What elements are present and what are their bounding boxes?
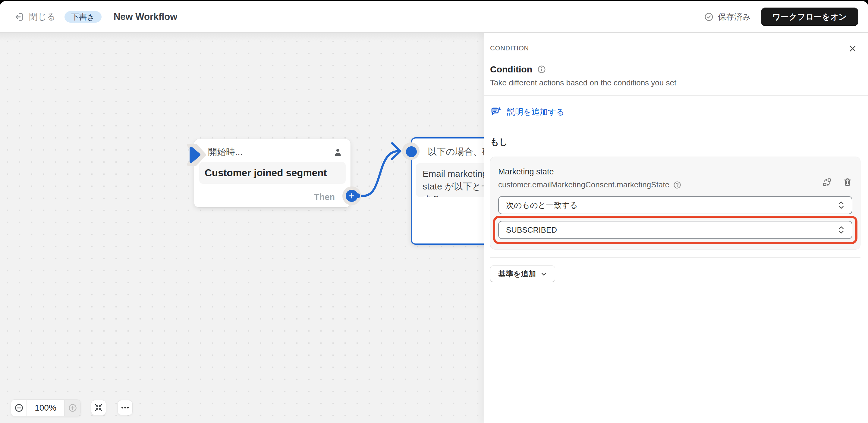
save-status: 保存済み — [704, 11, 751, 22]
trigger-card[interactable]: 開始時... Customer joined segment Then — [194, 139, 350, 207]
exit-icon — [14, 12, 24, 22]
caret-updown-icon — [838, 225, 844, 234]
close-label: 閉じる — [29, 11, 56, 23]
zoom-level: 100% — [27, 400, 64, 416]
flow-editor-window: 閉じる 下書き New Workflow 保存済み ワークフローをオン — [0, 1, 868, 423]
panel-kicker: CONDITION — [490, 44, 529, 52]
add-criteria-button[interactable]: 基準を追加 — [490, 265, 555, 282]
operator-select[interactable]: 次のものと一致する — [498, 196, 852, 214]
panel-description: Take different actions based on the cond… — [490, 78, 861, 87]
chevron-down-icon — [540, 271, 547, 277]
then-label: Then — [314, 192, 335, 202]
if-label: もし — [490, 136, 861, 148]
trigger-title[interactable]: Customer joined segment — [199, 162, 346, 184]
operator-value: 次のものと一致する — [506, 200, 578, 210]
info-icon[interactable] — [537, 65, 546, 74]
add-description-link[interactable]: 説明を追加する — [507, 107, 564, 117]
criteria-path: customer.emailMarketingConsent.marketing… — [498, 180, 670, 190]
check-circle-icon — [704, 12, 714, 22]
panel-title: Condition — [490, 64, 532, 75]
person-icon — [333, 147, 343, 158]
zoom-controls: 100% — [11, 399, 81, 416]
zoom-in-button-disabled[interactable] — [64, 400, 81, 416]
input-port — [406, 146, 417, 157]
fit-to-screen-button[interactable] — [91, 400, 106, 415]
trigger-card-header: 開始時... — [208, 146, 243, 159]
value-select[interactable]: SUBSCRIBED — [498, 221, 852, 239]
status-badge: 下書き — [64, 11, 101, 23]
page-title: New Workflow — [114, 11, 177, 22]
help-icon[interactable] — [673, 181, 681, 189]
zoom-out-button[interactable] — [11, 400, 27, 416]
criteria-card: Marketing state customer.emailMarketingC… — [490, 157, 861, 250]
delete-criteria-icon[interactable] — [843, 177, 852, 187]
caret-updown-icon — [838, 201, 844, 210]
add-step-button[interactable] — [346, 190, 358, 202]
comment-icon — [490, 106, 501, 118]
criteria-name: Marketing state — [498, 167, 681, 176]
saved-label: 保存済み — [718, 11, 751, 22]
panel-close-button[interactable] — [848, 44, 857, 53]
add-criteria-label: 基準を追加 — [498, 269, 536, 279]
more-options-button[interactable] — [118, 400, 133, 415]
divider — [490, 257, 861, 258]
replace-variable-icon[interactable] — [822, 177, 832, 187]
fit-to-screen-icon — [94, 403, 103, 412]
ellipsis-icon — [120, 403, 130, 413]
selected-value: SUBSCRIBED — [506, 225, 557, 235]
condition-settings-panel: CONDITION Condition Take different actio… — [484, 33, 868, 423]
turn-on-workflow-button[interactable]: ワークフローをオン — [761, 7, 858, 26]
topbar: 閉じる 下書き New Workflow 保存済み ワークフローをオン — [0, 1, 868, 33]
close-workflow-button[interactable]: 閉じる — [14, 11, 56, 23]
